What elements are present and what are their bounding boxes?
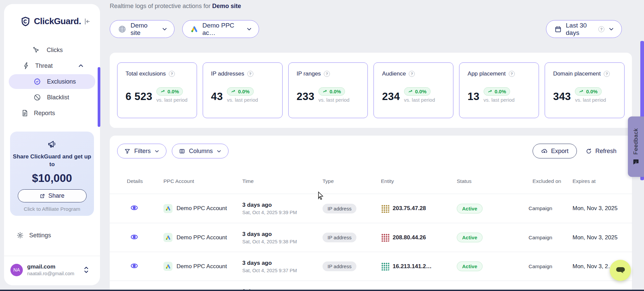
stat-value: 6 523 (126, 91, 152, 103)
col-header-type[interactable]: Type (323, 178, 381, 184)
sidebar-item-label: Threat (35, 62, 53, 69)
col-header-entity[interactable]: Entity (381, 178, 457, 184)
cell-ppc-account: Demo PPC Account (177, 234, 227, 241)
col-header-excluded-on[interactable]: Excluded on (529, 178, 573, 185)
logo-row: ClickGuard. (4, 16, 100, 27)
table-header-row: Details PPC Account Time Type Entity Sta… (110, 168, 632, 194)
stat-card-app-placement: App placement? 13 0.0% vs. last period (459, 62, 539, 118)
stat-label: Audience (382, 70, 406, 77)
google-ads-icon (163, 262, 172, 271)
account-switcher[interactable]: NA gmail.com naatali.ro@gmail.com (4, 258, 100, 281)
feedback-tab[interactable]: Feedback (628, 116, 644, 177)
cursor-click-icon (33, 46, 40, 54)
export-button[interactable]: Export (533, 144, 577, 158)
entity-identicon (381, 262, 389, 271)
help-icon[interactable]: ? (409, 71, 415, 77)
affiliate-promo-card[interactable]: Share ClickGuard and get up to $10,000 S… (10, 132, 94, 216)
chat-widget-button[interactable] (610, 260, 631, 281)
sidebar-item-exclusions[interactable]: Exclusions (9, 74, 95, 89)
ban-icon (34, 94, 41, 101)
cell-time-relative: 3 days ago (242, 260, 323, 266)
stat-card-ip-addresses: IP addresses? 43 0.0% vs. last period (203, 62, 283, 118)
feedback-smiley-icon (633, 158, 639, 165)
date-range-dropdown[interactable]: Last 30 days ? (546, 20, 622, 38)
help-icon[interactable]: ? (324, 71, 330, 77)
cell-entity: 203.75.47.28 (393, 205, 426, 212)
view-details-eye-icon[interactable] (130, 233, 138, 241)
columns-label: Columns (189, 148, 213, 155)
sidebar-scrollbar[interactable] (98, 67, 100, 127)
globe-icon (118, 25, 126, 33)
ppc-account-selector-dropdown[interactable]: Demo PPC ac… (182, 20, 259, 38)
type-badge: IP address (323, 204, 356, 213)
col-header-time[interactable]: Time (242, 178, 323, 184)
google-ads-icon (163, 233, 172, 242)
status-badge: Active (457, 261, 483, 271)
window-bottom-edge (0, 290, 644, 291)
trend-up-icon (579, 89, 584, 94)
view-details-eye-icon[interactable] (130, 262, 138, 270)
help-icon: ? (598, 26, 604, 32)
google-ads-icon (191, 26, 198, 33)
help-icon[interactable]: ? (604, 71, 610, 77)
col-header-ppc-account[interactable]: PPC Account (163, 178, 242, 184)
share-button[interactable]: Share (18, 189, 87, 202)
chevron-down-icon (162, 26, 167, 32)
sidebar-item-blacklist[interactable]: Blacklist (9, 90, 95, 105)
stat-value: 43 (211, 91, 223, 103)
stat-change-badge: 0.0% (227, 87, 253, 96)
sidebar-item-reports[interactable]: Reports (9, 106, 95, 120)
trend-up-icon (408, 89, 413, 94)
help-icon[interactable]: ? (247, 71, 253, 77)
trend-up-icon (160, 89, 165, 94)
site-selector-dropdown[interactable]: Demo site (110, 20, 175, 38)
ppc-account-selector-value: Demo PPC ac… (202, 22, 242, 37)
sidebar-item-settings[interactable]: Settings (4, 228, 100, 243)
col-header-status[interactable]: Status (457, 178, 529, 184)
cell-time-relative: 3 days ago (242, 202, 323, 208)
sidebar-item-threat[interactable]: Threat (9, 58, 95, 73)
chevron-down-icon (216, 149, 221, 154)
sidebar-item-label: Exclusions (47, 78, 76, 85)
exclusions-table-card: Filters Columns Export Refresh Details P… (110, 136, 632, 291)
affiliate-link[interactable]: Click to Affiliate Program (10, 206, 94, 212)
help-icon[interactable]: ? (509, 71, 515, 77)
help-icon[interactable]: ? (169, 71, 175, 77)
collapse-sidebar-icon[interactable] (83, 17, 91, 26)
table-row[interactable]: Demo PPC Account 3 days agoSat, Oct 4, 2… (110, 252, 632, 281)
table-row[interactable]: Demo PPC Account 3 days agoSat, Oct 4, 2… (110, 194, 632, 223)
stat-sublabel: vs. last period (575, 97, 606, 103)
feedback-label: Feedback (633, 128, 639, 155)
export-label: Export (551, 148, 568, 155)
megaphone-icon (47, 139, 57, 149)
promo-text: Share ClickGuard and get up to (10, 153, 94, 168)
columns-button[interactable]: Columns (172, 144, 229, 158)
user-name: gmail.com (27, 263, 83, 270)
gear-icon (16, 232, 24, 239)
refresh-button[interactable]: Refresh (586, 148, 616, 155)
stat-label: App placement (467, 70, 505, 77)
settings-label: Settings (29, 232, 51, 239)
calendar-icon (554, 26, 562, 33)
date-range-value: Last 30 days (566, 22, 594, 37)
sidebar-item-clicks[interactable]: Clicks (9, 43, 95, 57)
col-header-details[interactable]: Details (127, 178, 163, 184)
trend-up-icon (488, 89, 493, 94)
stat-sublabel: vs. last period (404, 97, 435, 103)
stat-change-badge: 0.0% (575, 87, 601, 96)
chat-bubble-icon (615, 266, 626, 275)
stat-change-badge: 0.0% (404, 87, 431, 96)
filters-button[interactable]: Filters (117, 144, 166, 158)
brand-name: ClickGuard. (34, 16, 83, 27)
share-button-label: Share (48, 192, 64, 199)
columns-icon (179, 148, 185, 154)
chevron-up-icon (78, 63, 84, 69)
sidebar-item-label: Reports (34, 110, 55, 117)
view-details-eye-icon[interactable] (130, 204, 138, 212)
col-header-expires-at[interactable]: Expires at (573, 178, 632, 184)
stat-label: IP ranges (297, 70, 321, 77)
stat-sublabel: vs. last period (318, 97, 350, 103)
site-selector-value: Demo site (131, 22, 157, 37)
table-row[interactable]: Demo PPC Account 3 days agoSat, Oct 4, 2… (110, 223, 632, 252)
type-badge: IP address (323, 261, 356, 271)
